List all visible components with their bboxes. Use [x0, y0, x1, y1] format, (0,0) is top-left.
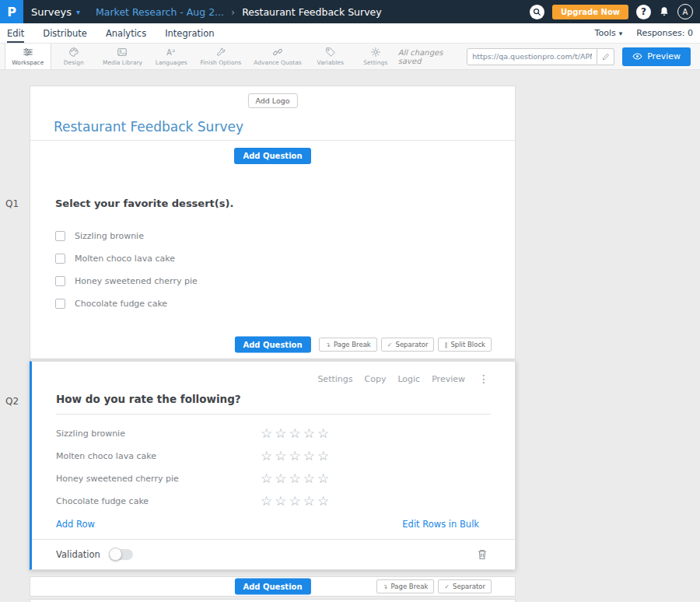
rating-row-label[interactable]: Sizzling brownie: [56, 429, 261, 439]
add-question-button[interactable]: Add Question: [234, 337, 310, 353]
editor-toolbar: Workspace Design Media Library Aa Langua…: [0, 44, 700, 70]
questionpro-logo[interactable]: P: [0, 0, 23, 23]
topbar-actions: Upgrade Now ? A: [530, 4, 700, 19]
toolbar-item-settings[interactable]: Settings: [353, 44, 398, 69]
delete-question-icon[interactable]: [478, 549, 487, 560]
star-rating-icons[interactable]: ☆☆☆☆☆: [261, 472, 331, 485]
surveys-menu[interactable]: Surveys ▾: [23, 0, 91, 23]
tab-analytics[interactable]: Analytics: [106, 23, 146, 43]
block-action-button[interactable]: ✓ Separator: [381, 338, 435, 352]
variables-icon: [325, 47, 336, 58]
responses-count[interactable]: Responses: 0: [636, 28, 693, 38]
star-rating-icons[interactable]: ☆☆☆☆☆: [261, 450, 331, 463]
star-rating-icons[interactable]: ☆☆☆☆☆: [261, 495, 331, 508]
tabs: Edit Distribute Analytics Integration: [7, 23, 215, 43]
add-logo-button[interactable]: Add Logo: [247, 93, 297, 108]
rating-row-label[interactable]: Chocolate fudge cake: [56, 496, 261, 506]
add-question-row-top: Add Question: [30, 141, 515, 171]
add-question-button[interactable]: Add Question: [234, 148, 310, 164]
question-action-link[interactable]: Copy: [365, 374, 387, 384]
toolbar-item-workspace[interactable]: Workspace: [5, 44, 51, 69]
toolbar-item-finish-options[interactable]: Finish Options: [194, 44, 247, 69]
tab-edit[interactable]: Edit: [7, 23, 24, 43]
preview-button[interactable]: Preview: [622, 47, 691, 66]
edit-url-pencil-icon[interactable]: [597, 48, 614, 65]
block-action-label: Split Block: [450, 341, 485, 348]
toolbar-item-label: Languages: [156, 59, 187, 66]
block-footer-q1: Add Question ↴ Page Break ✓ Separator ∥: [30, 331, 515, 359]
more-options-icon[interactable]: ⋮: [476, 373, 492, 385]
star-rating-icons[interactable]: ☆☆☆☆☆: [261, 427, 331, 440]
block-action-icon: ∥: [444, 341, 447, 348]
tools-menu[interactable]: Tools ▾: [595, 28, 623, 38]
toolbar-right: All changes saved Preview: [398, 44, 695, 69]
languages-icon: Aa: [166, 47, 177, 58]
checkbox[interactable]: [55, 254, 65, 264]
tabbar-right: Tools ▾ Responses: 0: [595, 28, 693, 38]
toolbar-item-design[interactable]: Design: [51, 44, 96, 69]
toolbar-item-label: Settings: [363, 59, 387, 66]
breadcrumb-survey-title: Restaurant Feedback Survey: [242, 6, 381, 18]
design-icon: [68, 47, 79, 58]
rating-row: Molten choco lava cake ☆☆☆☆☆: [56, 445, 491, 467]
block-action-icon: ✓: [387, 341, 393, 348]
toolbar-item-label: Media Library: [103, 59, 142, 66]
question-block-q1[interactable]: Select your favorite dessert(s). Sizzlin…: [30, 171, 515, 331]
block-action-button[interactable]: ∥ Split Block: [438, 338, 492, 352]
toolbar-item-label: Finish Options: [200, 59, 241, 66]
survey-title[interactable]: Restaurant Feedback Survey: [54, 119, 243, 135]
block-action-button[interactable]: ✓ Separator: [438, 579, 492, 593]
checkbox[interactable]: [55, 299, 65, 309]
question-action-link[interactable]: Settings: [317, 374, 352, 384]
chevron-down-icon: ▾: [619, 30, 623, 37]
checkbox-option[interactable]: Molten choco lava cake: [55, 247, 490, 270]
help-icon[interactable]: ?: [636, 5, 651, 19]
question-block-q2-selected[interactable]: Settings Copy Logic Preview ⋮ How do you…: [30, 361, 516, 570]
add-question-button[interactable]: Add Question: [234, 579, 310, 595]
search-icon[interactable]: [530, 5, 544, 19]
tab-distribute[interactable]: Distribute: [43, 23, 87, 43]
checkbox[interactable]: [55, 276, 65, 286]
svg-text:a: a: [173, 47, 176, 53]
survey-url-input[interactable]: [467, 48, 597, 65]
toolbar-item-advance-quotas[interactable]: Advance Quotas: [247, 44, 307, 69]
upgrade-button[interactable]: Upgrade Now: [552, 5, 628, 19]
block-action-buttons: ↴ Page Break ✓ Separator ∥ Split Block: [319, 338, 492, 352]
toolbar-item-label: Workspace: [12, 59, 44, 66]
toolbar-item-media-library[interactable]: Media Library: [96, 44, 149, 69]
next-card-edge: [30, 599, 516, 602]
question-action-link[interactable]: Preview: [432, 374, 465, 384]
block-action-button[interactable]: ↴ Page Break: [376, 579, 434, 593]
toolbar-item-variables[interactable]: Variables: [308, 44, 353, 69]
question-text-q2[interactable]: How do you rate the following?: [56, 393, 491, 415]
toolbar-item-label: Variables: [317, 59, 344, 66]
question-text-q1[interactable]: Select your favorite dessert(s).: [55, 198, 490, 209]
autosave-status: All changes saved: [398, 48, 459, 65]
checkbox[interactable]: [55, 231, 65, 241]
breadcrumb-folder[interactable]: Market Research - Aug 2...: [96, 6, 224, 18]
rating-row: Honey sweetened cherry pie ☆☆☆☆☆: [56, 467, 491, 490]
checkbox-option[interactable]: Honey sweetened cherry pie: [55, 270, 490, 292]
checkbox-option[interactable]: Sizzling brownie: [55, 225, 490, 247]
tab-bar: Edit Distribute Analytics Integration To…: [0, 23, 700, 44]
question-action-link[interactable]: Logic: [397, 374, 420, 384]
rating-row-label[interactable]: Honey sweetened cherry pie: [56, 474, 261, 484]
rating-row-label[interactable]: Molten choco lava cake: [56, 451, 261, 461]
edit-rows-in-bulk-link[interactable]: Edit Rows in Bulk: [402, 519, 479, 530]
notifications-icon[interactable]: [659, 6, 670, 17]
breadcrumb-separator-icon: ›: [231, 6, 235, 18]
breadcrumb: Market Research - Aug 2... › Restaurant …: [96, 6, 382, 18]
survey-editor-canvas: Q1 Q2 Add Logo Restaurant Feedback Surve…: [0, 70, 700, 602]
row-actions: Add Row Edit Rows in Bulk: [32, 513, 515, 530]
checkbox-option[interactable]: Chocolate fudge cake: [55, 292, 490, 315]
avatar[interactable]: A: [677, 4, 693, 19]
settings-gear-icon: [370, 47, 381, 58]
validation-toggle[interactable]: [110, 549, 133, 560]
toggle-knob: [109, 548, 122, 561]
help-glyph: ?: [641, 6, 646, 17]
svg-text:A: A: [167, 48, 173, 57]
block-action-button[interactable]: ↴ Page Break: [319, 338, 376, 352]
tab-integration[interactable]: Integration: [165, 23, 214, 43]
toolbar-item-languages[interactable]: Aa Languages: [149, 44, 194, 69]
add-row-link[interactable]: Add Row: [56, 519, 95, 530]
